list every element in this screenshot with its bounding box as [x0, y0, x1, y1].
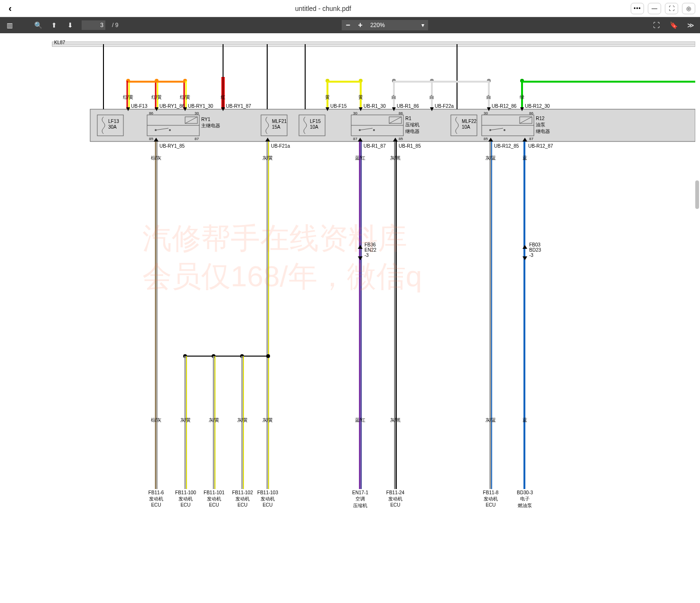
sidebar-toggle-icon[interactable]: ▥	[5, 20, 14, 30]
svg-marker-101	[523, 256, 527, 260]
target-button[interactable]: ◎	[682, 3, 695, 14]
bookmark-icon[interactable]: 🔖	[669, 20, 678, 30]
page-up-icon[interactable]: ⬆	[49, 20, 59, 30]
scrollbar-thumb[interactable]	[695, 180, 699, 209]
bus-label: KL87	[54, 40, 65, 45]
zoom-out-button[interactable]: −	[342, 20, 354, 30]
page-number-input[interactable]	[82, 20, 105, 30]
wiring-diagram: KL87 红/黄 UB-F13 红/黄 UB-RY1_86 红/黄 UB-RY1…	[5, 33, 695, 603]
titlebar: ‹ untitled - chunk.pdf ••• — ⛶ ◎	[0, 0, 700, 17]
pdf-content[interactable]: KL87 红/黄 UB-F13 红/黄 UB-RY1_86 红/黄 UB-RY1…	[0, 33, 700, 603]
document-title: untitled - chunk.pdf	[295, 5, 351, 12]
window-controls: ••• — ⛶ ◎	[631, 3, 695, 14]
zoom-in-button[interactable]: +	[354, 20, 366, 30]
pdf-toolbar: ▥ 🔍 ⬆ ⬇ / 9 − + 220%▾ ⛶ 🔖 ≫	[0, 17, 700, 33]
zoom-controls: − + 220%▾	[342, 20, 428, 30]
fullscreen-icon[interactable]: ⛶	[652, 20, 661, 30]
zoom-select[interactable]: 220%▾	[366, 20, 428, 30]
minimize-button[interactable]: —	[648, 3, 661, 14]
back-button[interactable]: ‹	[5, 3, 16, 14]
watermark: 会员仅168/年，微信q	[142, 256, 422, 296]
svg-point-10	[169, 129, 171, 131]
tools-icon[interactable]: ≫	[686, 20, 695, 30]
page-total-label: / 9	[112, 22, 118, 28]
more-button[interactable]: •••	[631, 3, 644, 14]
svg-marker-100	[523, 245, 527, 249]
search-icon[interactable]: 🔍	[33, 20, 43, 30]
svg-point-19	[373, 129, 375, 131]
svg-point-27	[504, 129, 505, 131]
page-down-icon[interactable]: ⬇	[65, 20, 75, 30]
maximize-button[interactable]: ⛶	[665, 3, 678, 14]
watermark: 汽修帮手在线资料库	[142, 218, 407, 258]
